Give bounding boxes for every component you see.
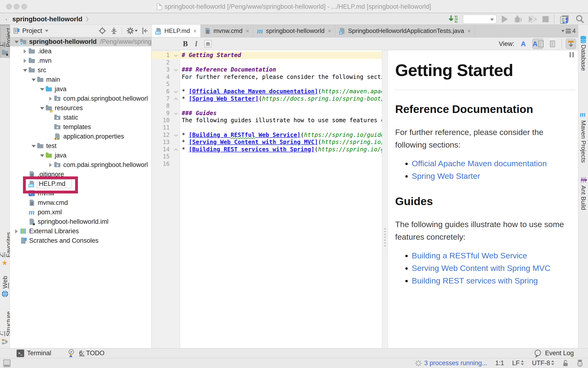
view-editor-only-button[interactable]: A bbox=[518, 39, 529, 49]
tree-expander-open[interactable] bbox=[39, 105, 45, 111]
fold-marker-icon[interactable] bbox=[174, 53, 178, 57]
tree-item-java[interactable]: java bbox=[10, 84, 151, 94]
preview-link-official-apache-maven-documentation[interactable]: Official Apache Maven documentation bbox=[412, 159, 547, 168]
tree-item-application-properties[interactable]: application.properties bbox=[10, 132, 151, 141]
close-icon[interactable]: × bbox=[193, 28, 197, 34]
tab-list-dropdown[interactable]: 4 bbox=[561, 28, 576, 34]
fold-marker-icon[interactable] bbox=[174, 90, 178, 93]
run-button[interactable] bbox=[502, 15, 508, 23]
locate-file-icon[interactable] bbox=[99, 27, 106, 35]
search-everywhere-icon[interactable] bbox=[575, 14, 585, 24]
tree-expander-open[interactable] bbox=[22, 67, 28, 74]
encoding-select[interactable]: UTF-8 bbox=[532, 359, 555, 367]
tree-item-static[interactable]: static bbox=[10, 113, 151, 122]
stop-button[interactable] bbox=[542, 16, 549, 22]
tab-mvnw-cmd[interactable]: mvnw.cmd× bbox=[201, 25, 253, 37]
tab-springboothelloworldapplicationtests-java[interactable]: JSpringbootHelloworldApplicationTests.ja… bbox=[335, 25, 475, 37]
tree-item-test[interactable]: test bbox=[10, 141, 151, 151]
tree-item-java[interactable]: java bbox=[10, 151, 151, 160]
vcs-update-icon[interactable]: 011001 bbox=[448, 15, 458, 23]
fold-marker-icon[interactable] bbox=[174, 68, 178, 72]
breadcrumb-project[interactable]: springboot-helloworld bbox=[12, 15, 83, 23]
fold-marker-icon[interactable] bbox=[174, 98, 178, 101]
code-text: ( bbox=[259, 95, 262, 102]
markdown-source-editor[interactable]: # Getting Started### Reference Documenta… bbox=[180, 50, 382, 348]
editor-preview-splitter[interactable] bbox=[382, 50, 388, 348]
tool-windows-layout-icon[interactable] bbox=[560, 14, 570, 24]
view-split-button[interactable]: A bbox=[532, 39, 543, 49]
tree-expander-closed[interactable] bbox=[47, 162, 54, 168]
close-icon[interactable]: × bbox=[246, 28, 249, 34]
preview-link-spring-web-starter[interactable]: Spring Web Starter bbox=[412, 171, 480, 180]
fold-marker-icon[interactable] bbox=[174, 148, 178, 152]
run-configuration-select[interactable] bbox=[463, 15, 496, 24]
tab-springboot-helloworld[interactable]: mspringboot-helloworld× bbox=[253, 25, 335, 37]
tree-item-com-pdai-springboot-helloworl[interactable]: com.pdai.springboot.helloworl bbox=[10, 160, 151, 170]
tree-item-springboot-helloworld-iml[interactable]: springboot-helloworld.iml bbox=[10, 217, 151, 226]
tool-strip-tab-database[interactable]: Database bbox=[578, 36, 588, 71]
tree-item-idea[interactable]: .idea bbox=[10, 46, 151, 56]
collapse-all-icon[interactable] bbox=[110, 27, 118, 35]
tree-item-com-pdai-springboot-helloworl[interactable]: com.pdai.springboot.helloworl bbox=[10, 94, 151, 103]
close-icon[interactable]: × bbox=[467, 28, 471, 34]
background-processes[interactable]: 3 processes running... bbox=[415, 359, 487, 367]
tree-item-templates[interactable]: templates bbox=[10, 122, 151, 132]
fold-marker-icon[interactable] bbox=[174, 133, 178, 137]
fold-marker-icon[interactable] bbox=[174, 111, 178, 115]
tree-item-scratches-and-consoles[interactable]: Scratches and Consoles bbox=[10, 236, 151, 245]
caret-position[interactable]: 1:1 bbox=[495, 359, 504, 367]
close-icon[interactable]: × bbox=[328, 28, 331, 34]
tree-item-src[interactable]: src bbox=[10, 65, 151, 75]
todo-tool-button[interactable]: 6: TODO bbox=[68, 349, 104, 358]
bold-button[interactable]: B bbox=[183, 39, 188, 48]
tree-item-mvnw[interactable]: >_mvnw bbox=[10, 188, 151, 198]
tree-expander-open[interactable] bbox=[30, 143, 37, 149]
hide-panel-icon[interactable] bbox=[142, 27, 148, 35]
tree-item-mvnw-cmd[interactable]: mvnw.cmd bbox=[10, 198, 151, 207]
preview-link-building-a-restful-web-service[interactable]: Building a RESTful Web Service bbox=[412, 251, 527, 260]
maven-file-icon: m bbox=[28, 209, 35, 216]
preview-link-serving-web-content-with-spring-mvc[interactable]: Serving Web Content with Spring MVC bbox=[412, 264, 550, 273]
tree-item-main[interactable]: main bbox=[10, 75, 151, 84]
tree-item-external-libraries[interactable]: External Libraries bbox=[10, 226, 151, 236]
tree-expander-closed[interactable] bbox=[22, 48, 28, 55]
tool-strip-tab-web[interactable]: Web bbox=[0, 276, 10, 302]
view-preview-only-button[interactable] bbox=[547, 39, 558, 49]
tree-expander-closed[interactable] bbox=[13, 228, 20, 234]
tree-item-resources[interactable]: resources bbox=[10, 103, 151, 113]
line-separator-select[interactable]: LF bbox=[512, 359, 524, 367]
tool-strip-tab-2-favorites[interactable]: 2: Favorites★ bbox=[0, 231, 10, 267]
tree-expander-closed[interactable] bbox=[47, 95, 54, 102]
auto-scroll-preview-button[interactable] bbox=[566, 39, 576, 49]
tree-expander-closed[interactable] bbox=[22, 57, 28, 64]
tool-strip-tab-maven-projects[interactable]: mMaven Projects bbox=[578, 111, 588, 163]
event-log-button[interactable]: Event Log bbox=[533, 349, 574, 358]
splitter-grip[interactable] bbox=[384, 228, 386, 247]
tool-strip-tab-1-project[interactable]: 1: Project bbox=[0, 25, 10, 58]
preview-link-building-rest-services-with-spring[interactable]: Building REST services with Spring bbox=[412, 276, 538, 285]
inspections-monitor-icon[interactable] bbox=[577, 359, 583, 367]
italic-button[interactable]: I bbox=[195, 39, 197, 48]
tool-window-quick-access-icon[interactable] bbox=[3, 359, 10, 367]
chevron-down-icon[interactable] bbox=[45, 30, 48, 32]
tree-item-help-md[interactable]: MDHELP.md bbox=[10, 179, 151, 188]
list-item: Building REST services with Spring bbox=[412, 275, 575, 287]
tree-item-mvn[interactable]: .mvn bbox=[10, 56, 151, 65]
tree-item-pom-xml[interactable]: mpom.xml bbox=[10, 207, 151, 217]
tree-item-gitignore[interactable]: .gitignore bbox=[10, 170, 151, 179]
coverage-button[interactable] bbox=[528, 15, 537, 23]
code-span-button[interactable]: m bbox=[205, 40, 212, 48]
tool-strip-tab-7-structure[interactable]: 7: Structure bbox=[0, 305, 10, 345]
tree-item-springboot-helloworld[interactable]: springboot-helloworld/Peng/www/spring bbox=[10, 37, 151, 46]
tree-expander-open[interactable] bbox=[30, 76, 37, 83]
tree-expander-open[interactable] bbox=[13, 38, 20, 45]
tool-strip-tab-ant-build[interactable]: Ant Build bbox=[578, 176, 588, 210]
lock-icon[interactable] bbox=[562, 359, 569, 367]
settings-gear-icon[interactable] bbox=[126, 27, 138, 35]
tree-expander-open[interactable] bbox=[39, 152, 45, 159]
debug-button[interactable] bbox=[513, 15, 523, 23]
project-panel-title[interactable]: Project bbox=[22, 27, 42, 35]
tab-help-md[interactable]: MDHELP.md× bbox=[152, 25, 201, 37]
terminal-tool-button[interactable]: >_ Terminal bbox=[17, 350, 51, 357]
tree-expander-open[interactable] bbox=[39, 86, 45, 92]
